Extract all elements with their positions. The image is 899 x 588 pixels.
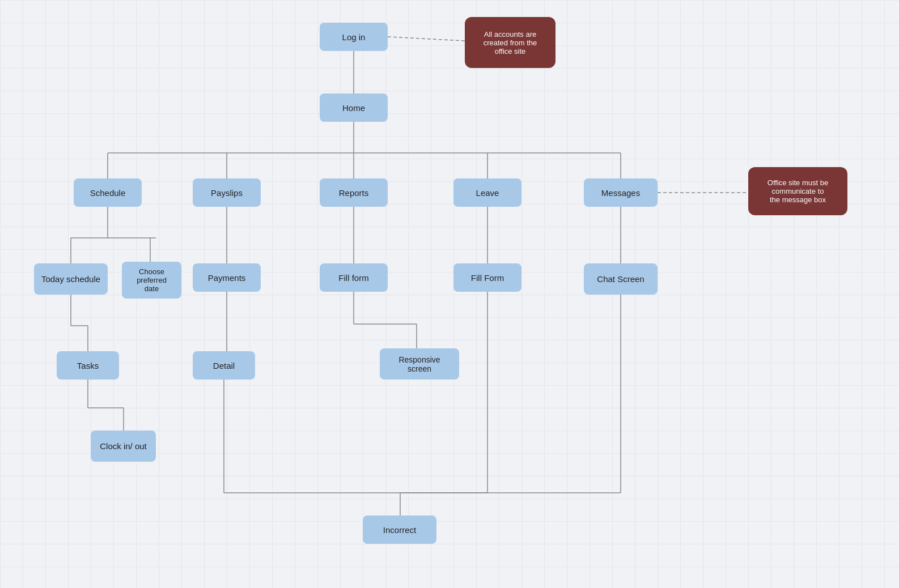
node-leave[interactable]: Leave	[453, 178, 521, 207]
node-detail[interactable]: Detail	[193, 351, 255, 380]
node-messages[interactable]: Messages	[584, 178, 658, 207]
note-office-site: Office site must be communicate to the m…	[748, 167, 847, 215]
node-choose-date[interactable]: Choose preferred date	[122, 262, 181, 299]
node-tasks[interactable]: Tasks	[57, 351, 119, 380]
svg-line-33	[388, 37, 465, 41]
node-payslips[interactable]: Payslips	[193, 178, 261, 207]
node-clock-in-out[interactable]: Clock in/ out	[91, 431, 156, 462]
node-reports[interactable]: Reports	[320, 178, 388, 207]
node-payments[interactable]: Payments	[193, 263, 261, 292]
node-today-schedule[interactable]: Today schedule	[34, 263, 108, 295]
note-accounts: All accounts are created from the office…	[465, 17, 555, 68]
node-schedule[interactable]: Schedule	[74, 178, 142, 207]
node-fill-form-leave[interactable]: Fill Form	[453, 263, 521, 292]
node-login[interactable]: Log in	[320, 23, 388, 51]
node-home[interactable]: Home	[320, 93, 388, 122]
node-fill-form-reports[interactable]: Fill form	[320, 263, 388, 292]
diagram-container: Log in Home Schedule Payslips Reports Le…	[0, 0, 899, 588]
node-chat-screen[interactable]: Chat Screen	[584, 263, 658, 295]
node-incorrect[interactable]: Incorrect	[363, 515, 436, 544]
node-responsive-screen[interactable]: Responsive screen	[380, 348, 459, 380]
